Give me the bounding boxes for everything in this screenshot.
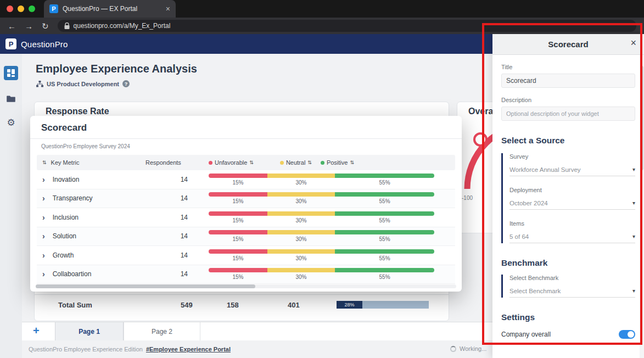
project-row: US Product Development ? xyxy=(36,80,130,87)
url-text: questionpro.com/a/My_Ex_Portal xyxy=(74,22,171,30)
org-hierarchy-icon xyxy=(36,81,43,87)
modal-scrollbar-thumb[interactable] xyxy=(36,284,255,288)
browser-toolbar: ← → ↻ questionpro.com/a/My_Ex_Portal xyxy=(0,18,644,34)
browser-tab[interactable]: P QuestionPro — EX Portal × xyxy=(44,0,176,18)
sort-icon[interactable]: ⇅ xyxy=(42,160,47,165)
sort-icon[interactable]: ⇅ xyxy=(307,160,312,165)
positive-segment xyxy=(335,268,434,272)
reload-icon[interactable]: ↻ xyxy=(42,22,49,30)
add-page-button[interactable]: + xyxy=(33,325,40,337)
minimize-window-button[interactable] xyxy=(18,5,24,12)
sidebar-item-folders[interactable] xyxy=(7,94,15,104)
sidebar-item-dashboards[interactable] xyxy=(4,66,18,80)
gauge-marker-icon xyxy=(474,133,486,146)
scorecard-table-body: › Inovation 14 15% 30% 55% › T xyxy=(37,170,455,284)
close-icon[interactable]: × xyxy=(630,37,636,49)
items-select[interactable]: 5 of 64 ▾ xyxy=(509,230,635,243)
back-icon[interactable]: ← xyxy=(8,22,16,30)
neutral-percent: 30% xyxy=(267,217,335,223)
questionpro-logo-icon[interactable]: P xyxy=(5,38,16,49)
panel-scrollbar-thumb[interactable] xyxy=(640,66,643,170)
stacked-bar xyxy=(209,174,434,178)
neutral-segment xyxy=(267,174,335,178)
screenshot-root: P QuestionPro — EX Portal × ← → ↻ questi… xyxy=(0,0,644,358)
positive-segment xyxy=(335,230,434,234)
respondents-header[interactable]: Respondents xyxy=(141,159,204,166)
response-rate-title: Response Rate xyxy=(46,107,109,116)
description-field-label: Description xyxy=(501,97,635,103)
gauge-min-label: -100 xyxy=(462,195,473,201)
unfavorable-segment xyxy=(209,268,267,272)
sort-icon[interactable]: ⇅ xyxy=(350,160,354,165)
respondents-value: 14 xyxy=(141,214,204,221)
company-overall-row: Company overall xyxy=(501,330,635,339)
deployment-select[interactable]: October 2024 ▾ xyxy=(509,197,635,210)
forward-icon[interactable]: → xyxy=(25,22,33,30)
expand-chevron-icon[interactable]: › xyxy=(42,232,45,240)
survey-select[interactable]: Workforce Annual Survey ▾ xyxy=(509,163,635,176)
positive-segment xyxy=(335,249,434,254)
sidebar-item-settings[interactable]: ⚙ xyxy=(7,118,15,127)
table-row: › Inovation 14 15% 30% 55% xyxy=(37,170,455,189)
address-bar[interactable]: questionpro.com/a/My_Ex_Portal xyxy=(58,20,636,32)
tab-page-2[interactable]: Page 2 xyxy=(124,322,200,341)
positive-segment xyxy=(335,192,434,197)
tab-page-1[interactable]: Page 1 xyxy=(55,322,124,341)
segment-labels: 15% 30% 55% xyxy=(209,180,434,186)
metric-name: Transparency xyxy=(53,194,93,202)
expand-chevron-icon[interactable]: › xyxy=(42,214,45,221)
title-input[interactable] xyxy=(501,74,635,88)
expand-chevron-icon[interactable]: › xyxy=(42,251,45,259)
total-progress-bar: 28% xyxy=(337,301,429,309)
company-overall-label: Company overall xyxy=(501,331,551,338)
total-value-1: 549 xyxy=(181,301,193,309)
company-overall-toggle[interactable] xyxy=(619,330,635,339)
dashboard-grid-icon xyxy=(7,69,15,77)
lock-icon xyxy=(64,23,70,30)
unfavorable-percent: 15% xyxy=(209,217,267,223)
expand-chevron-icon[interactable]: › xyxy=(42,194,45,202)
legend-unfavorable[interactable]: Unfavorable ⇅ xyxy=(209,159,254,166)
panel-title: Scorecard xyxy=(548,40,588,49)
neutral-segment xyxy=(267,192,335,197)
questionpro-favicon-icon: P xyxy=(49,4,58,13)
portal-link[interactable]: #Employee Experience Portal xyxy=(146,346,231,353)
table-row: › Inclusion 14 15% 30% 55% xyxy=(37,208,455,227)
key-metric-header[interactable]: Key Metric xyxy=(51,159,80,166)
unfavorable-percent: 15% xyxy=(209,236,267,242)
tab-close-icon[interactable]: × xyxy=(166,4,170,13)
segment-labels: 15% 30% 55% xyxy=(209,255,434,261)
positive-percent: 55% xyxy=(335,180,434,186)
working-status: Working... xyxy=(450,345,486,352)
brand-name[interactable]: QuestionPro xyxy=(21,40,68,49)
respondents-value: 14 xyxy=(141,270,204,278)
benchmark-heading: Benchmark xyxy=(501,258,635,268)
legend-positive[interactable]: Positive ⇅ xyxy=(321,159,354,166)
project-name[interactable]: US Product Development xyxy=(47,81,119,87)
positive-dot-icon xyxy=(321,161,324,165)
expand-chevron-icon[interactable]: › xyxy=(42,270,45,278)
neutral-percent: 30% xyxy=(267,180,335,186)
help-icon[interactable]: ? xyxy=(122,80,130,87)
sort-icon[interactable]: ⇅ xyxy=(249,160,254,165)
toggle-knob xyxy=(628,331,634,338)
unfavorable-segment xyxy=(209,174,267,178)
description-input[interactable] xyxy=(501,107,635,121)
unfavorable-percent: 15% xyxy=(209,180,267,186)
positive-percent: 55% xyxy=(335,255,434,261)
legend-neutral[interactable]: Neutral ⇅ xyxy=(280,159,312,166)
close-window-button[interactable] xyxy=(7,5,13,12)
neutral-segment xyxy=(267,211,335,216)
segment-labels: 15% 30% 55% xyxy=(209,198,434,204)
chevron-down-icon: ▾ xyxy=(632,200,635,206)
chevron-down-icon: ▾ xyxy=(632,233,635,239)
zoom-window-button[interactable] xyxy=(29,5,35,12)
unfavorable-percent: 15% xyxy=(209,198,267,204)
neutral-segment xyxy=(267,249,335,254)
neutral-dot-icon xyxy=(280,161,284,165)
respondents-value: 14 xyxy=(141,176,204,183)
benchmark-select[interactable]: Select Benchmark ▾ xyxy=(509,284,635,298)
app-sidebar: ⚙ xyxy=(0,54,22,358)
expand-chevron-icon[interactable]: › xyxy=(42,176,45,183)
title-field-label: Title xyxy=(501,64,635,70)
